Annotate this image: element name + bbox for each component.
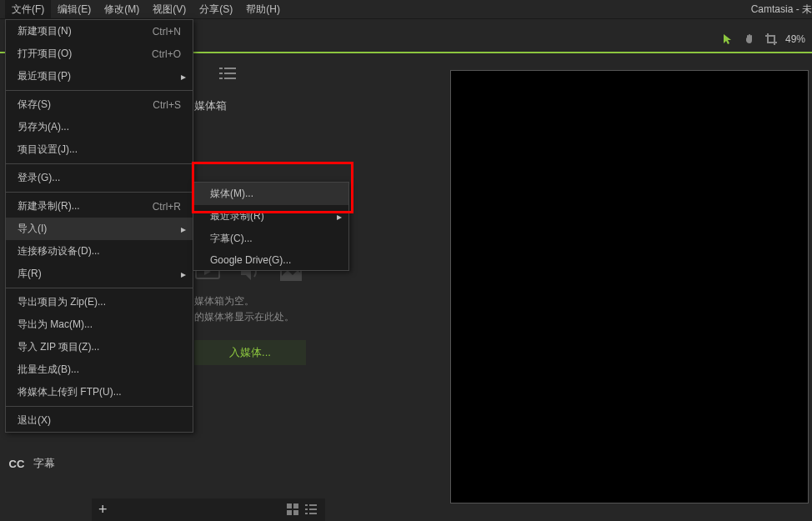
preview-canvas[interactable]: [450, 70, 809, 503]
svg-rect-13: [287, 510, 292, 515]
svg-rect-2: [219, 73, 223, 74]
submenu-recent-recording[interactable]: 最近录制(R)▸: [193, 205, 348, 228]
sidebar-captions[interactable]: CC 字幕: [0, 445, 92, 482]
add-media-button[interactable]: +: [98, 501, 108, 518]
svg-rect-12: [293, 503, 298, 508]
menu-view[interactable]: 视图(V): [146, 0, 193, 19]
pointer-icon[interactable]: [720, 32, 735, 47]
menu-login[interactable]: 登录(G)...: [6, 167, 193, 189]
empty-text-2: 的媒体将显示在此处。: [194, 309, 328, 325]
menu-separator: [6, 90, 193, 91]
app-title: Camtasia - 未: [751, 3, 812, 17]
menu-save-as[interactable]: 另存为(A)...: [6, 116, 193, 138]
svg-rect-19: [305, 513, 308, 514]
submenu-captions[interactable]: 字幕(C)...: [193, 228, 348, 250]
cc-icon: CC: [8, 455, 25, 472]
svg-rect-18: [309, 508, 317, 510]
submenu-google-drive[interactable]: Google Drive(G)...: [193, 250, 348, 270]
menu-new-recording[interactable]: 新建录制(R)...Ctrl+R: [6, 195, 193, 218]
menu-project-settings[interactable]: 项目设置(J)...: [6, 138, 193, 161]
file-dropdown-menu: 新建项目(N)Ctrl+N 打开项目(O)Ctrl+O 最近项目(P)▸ 保存(…: [5, 19, 193, 433]
hand-icon[interactable]: [742, 32, 757, 47]
menu-recent-projects[interactable]: 最近项目(P)▸: [6, 65, 193, 88]
svg-rect-17: [305, 508, 308, 510]
submenu-media[interactable]: 媒体(M)...: [193, 183, 348, 205]
menu-open-project[interactable]: 打开项目(O)Ctrl+O: [6, 43, 193, 65]
media-bin-footer: +: [92, 498, 325, 521]
svg-rect-14: [293, 510, 298, 515]
svg-rect-4: [219, 78, 223, 79]
crop-icon[interactable]: [764, 32, 779, 47]
menu-separator: [6, 406, 193, 407]
menu-file[interactable]: 文件(F): [5, 0, 51, 19]
menu-library[interactable]: 库(R)▸: [6, 263, 193, 285]
svg-rect-0: [219, 68, 223, 69]
menu-import[interactable]: 导入(I)▸: [6, 218, 193, 240]
import-submenu: 媒体(M)... 最近录制(R)▸ 字幕(C)... Google Drive(…: [193, 182, 349, 271]
menu-separator: [6, 288, 193, 288]
menu-save[interactable]: 保存(S)Ctrl+S: [6, 93, 193, 116]
menu-share[interactable]: 分享(S): [193, 0, 239, 19]
canvas-toolbar: 49%: [720, 27, 812, 52]
menu-import-zip[interactable]: 导入 ZIP 项目(Z)...: [6, 336, 193, 358]
list-view-icon[interactable]: [305, 503, 318, 517]
svg-rect-20: [309, 513, 317, 514]
svg-rect-15: [305, 504, 308, 506]
import-media-button[interactable]: 入媒体...: [194, 340, 306, 365]
empty-text-1: 媒体箱为空。: [194, 293, 328, 309]
menu-batch-build[interactable]: 批量生成(B)...: [6, 358, 193, 381]
menu-separator: [6, 163, 193, 164]
svg-rect-16: [309, 504, 317, 506]
svg-rect-5: [224, 78, 236, 79]
sidebar-label: 字幕: [33, 456, 55, 471]
list-view-icon[interactable]: [194, 54, 261, 92]
menu-modify[interactable]: 修改(M): [98, 0, 146, 19]
zoom-level[interactable]: 49%: [785, 33, 805, 45]
menu-edit[interactable]: 编辑(E): [51, 0, 98, 19]
menu-new-project[interactable]: 新建项目(N)Ctrl+N: [6, 20, 193, 43]
media-panel-header: 媒体箱: [194, 54, 328, 120]
svg-rect-1: [224, 68, 236, 69]
svg-rect-3: [224, 73, 236, 74]
menu-exit[interactable]: 退出(X): [6, 409, 193, 432]
menu-upload-ftp[interactable]: 将媒体上传到 FTP(U)...: [6, 381, 193, 403]
menu-connect-mobile[interactable]: 连接移动设备(D)...: [6, 240, 193, 263]
svg-rect-11: [287, 503, 292, 508]
media-bin-title: 媒体箱: [194, 92, 328, 120]
menu-export-mac[interactable]: 导出为 Mac(M)...: [6, 313, 193, 336]
menubar: 文件(F) 编辑(E) 修改(M) 视图(V) 分享(S) 帮助(H) Camt…: [0, 0, 812, 19]
grid-view-icon[interactable]: [287, 503, 300, 517]
menu-separator: [6, 192, 193, 193]
menu-export-zip[interactable]: 导出项目为 Zip(E)...: [6, 291, 193, 313]
menu-help[interactable]: 帮助(H): [239, 0, 287, 19]
